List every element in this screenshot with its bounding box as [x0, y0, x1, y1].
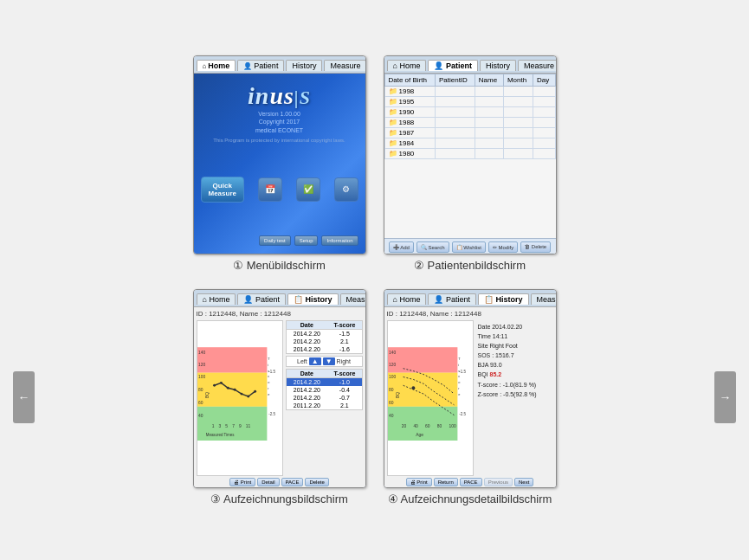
tab-measure-s3[interactable]: Measure [340, 293, 366, 305]
bottom-buttons-row: Daily test Setup Information [201, 235, 358, 246]
history-right-panel: Date T-score 2014.2.20-1.5 2014.2.202.1 … [286, 320, 363, 476]
return-button-s4[interactable]: Return [434, 478, 458, 486]
wishlist-button[interactable]: 📋 Wishlist [452, 241, 486, 253]
svg-text:5: 5 [225, 424, 228, 428]
folder-icon: 📁 [389, 119, 397, 126]
icon-btn-2[interactable]: ✅ [296, 177, 320, 202]
svg-text:120: 120 [197, 362, 204, 366]
caption1-num: ① [233, 259, 243, 272]
tab-patient-s4[interactable]: 👤 Patient [428, 293, 476, 305]
tab-patient-s2[interactable]: 👤 Patient [428, 60, 478, 71]
information-button[interactable]: Information [321, 235, 358, 246]
svg-text:e: e [268, 392, 269, 396]
tab-measure-s4[interactable]: Measure [531, 293, 557, 305]
svg-text:i: i [268, 362, 268, 366]
chart-svg-s4: 140 120 100 80 60 40 BQ [388, 321, 473, 475]
svg-text:60: 60 [388, 400, 393, 404]
tab-measure-s1[interactable]: Measure [324, 60, 365, 71]
tab-home-s1[interactable]: ⌂Home [197, 60, 236, 71]
tab-home-s3[interactable]: ⌂ Home [197, 293, 236, 305]
nav-right-button[interactable]: ▼ [323, 357, 335, 365]
bottom-table-section: Date T-score 2014.2.20-1.0 2014.2.20-0.4… [286, 369, 363, 410]
tab-history-s1[interactable]: History [286, 60, 322, 71]
svg-text:7: 7 [232, 424, 235, 428]
table-row[interactable]: 2014.2.20-0.7 [287, 394, 362, 402]
menu-buttons-row: QuickMeasure 📅 ✅ ⚙ [201, 177, 358, 203]
table-row[interactable]: 2014.2.202.1 [287, 338, 362, 345]
screen3-body: ID : 1212448, Name : 1212448 [194, 307, 365, 488]
folder-icon: 📁 [389, 150, 397, 158]
svg-text:BQ: BQ [204, 391, 209, 397]
search-button[interactable]: 🔍 Search [416, 241, 449, 253]
col-day: Day [533, 74, 555, 86]
table-row[interactable]: 📁1995 [384, 96, 555, 106]
svg-text:80: 80 [436, 424, 442, 428]
caption3-num: ③ [210, 492, 221, 505]
svg-rect-33 [388, 347, 457, 372]
table-row[interactable]: 📁1990 [384, 106, 555, 117]
tab-history-s3[interactable]: 📋 History [287, 293, 339, 305]
svg-point-10 [213, 383, 216, 386]
print-button-s3[interactable]: 🖨 Print [229, 478, 255, 486]
detail-bottom-bar: 🖨 Print Return PACE Previous Next [387, 478, 553, 486]
tab-history-s2[interactable]: History [480, 60, 516, 71]
caption2-num: ② [414, 259, 424, 272]
table-row[interactable]: 2011.2.202.1 [287, 402, 362, 409]
screen1-tabbar: ⌂Home 👤Patient History Measure ↻ ✕ [194, 56, 365, 74]
add-button[interactable]: ➕ Add [389, 241, 414, 253]
delete-button-s3[interactable]: Delete [305, 478, 328, 486]
detail-button-s3[interactable]: Detail [257, 478, 279, 486]
setup-button[interactable]: Setup [294, 235, 319, 246]
svg-text:s: s [268, 368, 269, 372]
bqi-value: 85.2 [490, 371, 502, 377]
icon-btn-1[interactable]: 📅 [258, 177, 282, 202]
table-row[interactable]: 2014.2.20-1.5 [287, 329, 362, 338]
tab-home-s4[interactable]: ⌂ Home [387, 293, 427, 305]
col-pid: PatientID [435, 74, 475, 86]
tab-patient-s1[interactable]: 👤Patient [237, 60, 284, 71]
svg-point-14 [240, 392, 242, 395]
logo-text: inus|S [213, 82, 345, 110]
tab-history-s4[interactable]: 📋 History [478, 293, 529, 305]
quick-measure-button[interactable]: QuickMeasure [201, 177, 244, 203]
svg-text:120: 120 [388, 362, 395, 366]
pace-button-s3[interactable]: PACE [281, 478, 304, 486]
table-row[interactable]: 📁1980 [384, 148, 555, 158]
previous-button-s4[interactable]: Previous [484, 478, 513, 486]
modify-button[interactable]: ✏ Modify [488, 241, 518, 253]
version-text: Version 1.00.00 [213, 110, 345, 119]
table-row[interactable]: 2014.2.20-0.4 [287, 386, 362, 394]
print-button-s4[interactable]: 🖨 Print [406, 478, 432, 486]
arrow-right-button[interactable]: → [714, 371, 736, 423]
arrow-left-button[interactable]: ← [13, 371, 35, 423]
copyright-text: Copyright 2017medical ECONET [213, 118, 345, 135]
nav-left-button[interactable]: ▲ [309, 357, 321, 365]
svg-text:r: r [458, 386, 460, 390]
tab-measure-s2[interactable]: Measure [518, 60, 557, 71]
detail-content: 140 120 100 80 60 40 BQ [387, 320, 553, 476]
tab-home-s2[interactable]: ⌂ Home [387, 60, 427, 71]
table-row-highlighted[interactable]: 2014.2.20-1.0 [287, 377, 362, 386]
patient-icon-s1: 👤 [243, 62, 252, 70]
tab-patient-s3[interactable]: 👤 Patient [237, 293, 286, 305]
pace-button-s4[interactable]: PACE [460, 478, 482, 486]
icon-btn-3[interactable]: ⚙ [334, 177, 358, 202]
screen4-body: ID : 1212448, Name : 1212448 [384, 307, 556, 488]
delete-button[interactable]: 🗑 Delete [520, 241, 551, 253]
date-col-header: Date [287, 321, 328, 330]
history-chart: 140 120 100 80 60 40 BQ [197, 320, 283, 476]
table-row[interactable]: 📁1998 [384, 86, 555, 96]
table-row[interactable]: 📁1984 [384, 138, 555, 148]
svg-text:-1.5: -1.5 [459, 369, 466, 373]
table-row[interactable]: 📁1988 [384, 117, 555, 127]
svg-text:100: 100 [449, 424, 455, 428]
next-button-s4[interactable]: Next [514, 478, 533, 486]
table-row[interactable]: 📁1987 [384, 127, 555, 138]
svg-text:o: o [268, 380, 270, 384]
top-row: ⌂Home 👤Patient History Measure ↻ ✕ [13, 55, 736, 272]
screen1-caption: ① Menübildschirm [233, 259, 326, 272]
daily-test-button[interactable]: Daily test [259, 235, 291, 246]
svg-text:-2.5: -2.5 [268, 411, 275, 415]
detail-bja: BJA 93.0 [478, 360, 552, 370]
table-row[interactable]: 2014.2.20-1.6 [287, 345, 362, 353]
